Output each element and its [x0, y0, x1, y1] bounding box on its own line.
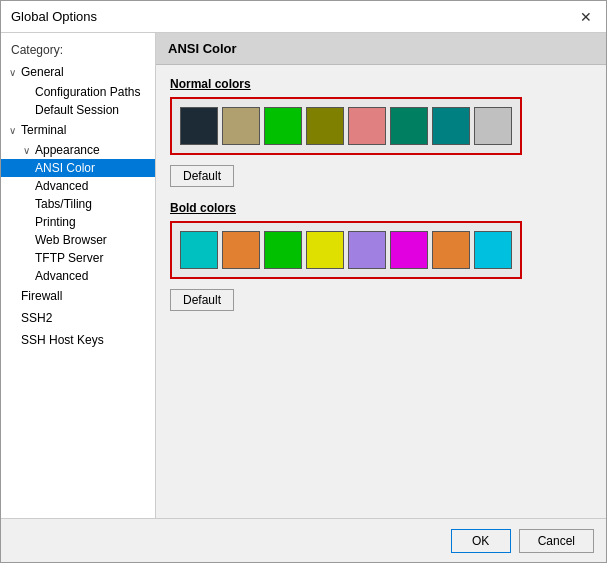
sidebar-label-appearance: Appearance	[33, 142, 102, 158]
title-bar: Global Options ✕	[1, 1, 606, 33]
normal-colors-section: Normal colors	[170, 77, 592, 187]
sidebar-label-ssh-host-keys: SSH Host Keys	[19, 332, 106, 348]
normal-color-7[interactable]	[474, 107, 512, 145]
content-inner: Normal colors	[156, 65, 606, 518]
sidebar-item-ssh2[interactable]: ▶ SSH2	[1, 307, 155, 329]
toggle-icon-terminal: ∨	[5, 125, 19, 136]
bold-colors-title: Bold colors	[170, 201, 592, 215]
bold-color-5[interactable]	[390, 231, 428, 269]
ok-button[interactable]: OK	[451, 529, 511, 553]
sidebar-item-printing[interactable]: Printing	[1, 213, 155, 231]
sidebar-label-ansi-color: ANSI Color	[33, 160, 97, 176]
sidebar-label-web-browser: Web Browser	[33, 232, 109, 248]
normal-color-3[interactable]	[306, 107, 344, 145]
bold-color-0[interactable]	[180, 231, 218, 269]
bold-colors-grid-container	[170, 221, 522, 279]
toggle-icon-appearance: ∨	[19, 145, 33, 156]
bold-color-2[interactable]	[264, 231, 302, 269]
normal-color-4[interactable]	[348, 107, 386, 145]
normal-colors-grid	[180, 107, 512, 145]
sidebar-label-printing: Printing	[33, 214, 78, 230]
sidebar-item-ansi-color[interactable]: ANSI Color	[1, 159, 155, 177]
sidebar-label-advanced-terminal: Advanced	[33, 268, 90, 284]
bold-colors-default-button[interactable]: Default	[170, 289, 234, 311]
bold-color-6[interactable]	[432, 231, 470, 269]
cancel-button[interactable]: Cancel	[519, 529, 594, 553]
sidebar-item-ssh-host-keys[interactable]: ▶ SSH Host Keys	[1, 329, 155, 351]
normal-colors-grid-container	[170, 97, 522, 155]
sidebar-label-tftp-server: TFTP Server	[33, 250, 105, 266]
bold-colors-section: Bold colors	[170, 201, 592, 311]
normal-colors-default-button[interactable]: Default	[170, 165, 234, 187]
sidebar-item-advanced-terminal[interactable]: Advanced	[1, 267, 155, 285]
sidebar-label-configuration-paths: Configuration Paths	[33, 84, 142, 100]
dialog-title: Global Options	[11, 9, 97, 24]
normal-colors-title: Normal colors	[170, 77, 592, 91]
sidebar-item-advanced-appearance[interactable]: Advanced	[1, 177, 155, 195]
sidebar-label-tabs-tiling: Tabs/Tiling	[33, 196, 94, 212]
sidebar-item-tftp-server[interactable]: TFTP Server	[1, 249, 155, 267]
dialog-footer: OK Cancel	[1, 518, 606, 562]
sidebar-item-appearance[interactable]: ∨ Appearance	[1, 141, 155, 159]
sidebar-label-general: General	[19, 64, 66, 80]
dialog-body: Category: ∨ General Configuration Paths …	[1, 33, 606, 518]
bold-color-3[interactable]	[306, 231, 344, 269]
normal-color-6[interactable]	[432, 107, 470, 145]
sidebar-item-configuration-paths[interactable]: Configuration Paths	[1, 83, 155, 101]
normal-color-1[interactable]	[222, 107, 260, 145]
content-header: ANSI Color	[156, 33, 606, 65]
bold-color-7[interactable]	[474, 231, 512, 269]
sidebar-label-default-session: Default Session	[33, 102, 121, 118]
sidebar-label-firewall: Firewall	[19, 288, 64, 304]
sidebar-label-ssh2: SSH2	[19, 310, 54, 326]
close-button[interactable]: ✕	[576, 7, 596, 27]
sidebar: Category: ∨ General Configuration Paths …	[1, 33, 156, 518]
normal-color-0[interactable]	[180, 107, 218, 145]
sidebar-item-terminal[interactable]: ∨ Terminal	[1, 119, 155, 141]
sidebar-item-firewall[interactable]: ▶ Firewall	[1, 285, 155, 307]
normal-color-2[interactable]	[264, 107, 302, 145]
normal-color-5[interactable]	[390, 107, 428, 145]
bold-color-4[interactable]	[348, 231, 386, 269]
bold-colors-grid	[180, 231, 512, 269]
toggle-icon-general: ∨	[5, 67, 19, 78]
global-options-dialog: Global Options ✕ Category: ∨ General Con…	[0, 0, 607, 563]
sidebar-label-terminal: Terminal	[19, 122, 68, 138]
bold-color-1[interactable]	[222, 231, 260, 269]
sidebar-item-general[interactable]: ∨ General	[1, 61, 155, 83]
sidebar-label-advanced-appearance: Advanced	[33, 178, 90, 194]
sidebar-item-default-session[interactable]: Default Session	[1, 101, 155, 119]
sidebar-item-web-browser[interactable]: Web Browser	[1, 231, 155, 249]
sidebar-item-tabs-tiling[interactable]: Tabs/Tiling	[1, 195, 155, 213]
category-label: Category:	[1, 37, 155, 61]
content-area: ANSI Color Normal colors	[156, 33, 606, 518]
